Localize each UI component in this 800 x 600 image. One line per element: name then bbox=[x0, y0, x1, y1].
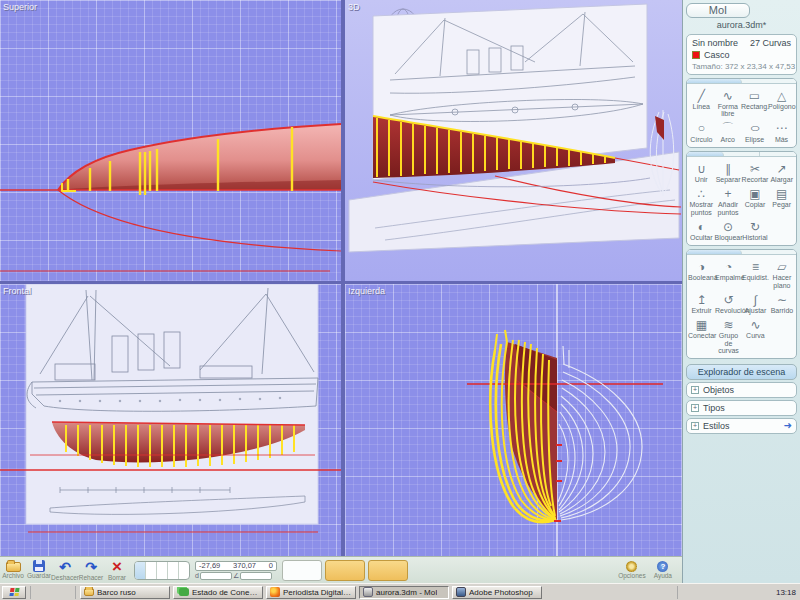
tool-button[interactable]: ⋯ Más bbox=[768, 119, 795, 144]
tool-button[interactable]: ∿ Curva bbox=[742, 315, 769, 355]
tool-button[interactable]: △ Polígono bbox=[768, 86, 795, 119]
tool-button[interactable]: ∼ Barrido bbox=[769, 290, 795, 315]
expand-icon[interactable]: + bbox=[691, 404, 699, 412]
extend-icon: ↗ bbox=[773, 161, 791, 176]
taskbar-button[interactable]: aurora.3dm - MoI bbox=[359, 586, 449, 599]
tool-button[interactable]: ◔ Empalme bbox=[715, 257, 742, 290]
tool-button[interactable]: ⌒ Arco bbox=[715, 119, 742, 144]
start-button[interactable] bbox=[2, 586, 26, 599]
moi-menu-button[interactable]: MoI bbox=[686, 3, 750, 18]
snap-buttons bbox=[282, 560, 408, 581]
taskbar-button[interactable]: Barco ruso bbox=[80, 586, 170, 599]
tab[interactable] bbox=[742, 250, 796, 254]
izquierda-canvas[interactable] bbox=[345, 284, 682, 556]
expand-icon[interactable]: + bbox=[691, 386, 699, 394]
style-name[interactable]: Casco bbox=[704, 50, 730, 60]
tool-button[interactable]: ≋ Grupo de curvas bbox=[715, 315, 742, 355]
rectangle-icon: ▭ bbox=[746, 88, 764, 103]
frontal-canvas[interactable] bbox=[0, 284, 341, 556]
command-tool-button[interactable]: Rehacer bbox=[78, 560, 104, 581]
gear-icon bbox=[626, 561, 637, 572]
taskbar-button[interactable]: Periodista Digital - Mozil... bbox=[266, 586, 356, 599]
arc-icon: ⌒ bbox=[719, 121, 737, 136]
command-tool-button[interactable]: Borrar bbox=[104, 560, 130, 581]
draw-section: ╱ Línea ∿ Forma libre ▭ Rectang. △ Políg… bbox=[686, 78, 797, 148]
taskbar-button[interactable]: Estado de Conexiones ... bbox=[173, 586, 263, 599]
tab[interactable] bbox=[687, 250, 742, 254]
tool-button[interactable]: ≡ Equidist. bbox=[742, 257, 769, 290]
tool-button[interactable]: ◐ Ocultar bbox=[688, 217, 715, 242]
viewport-frontal-label[interactable]: Frontal bbox=[3, 286, 31, 296]
windows-taskbar: Barco ruso Estado de Conexiones ... Peri… bbox=[0, 583, 800, 600]
coordinate-readout[interactable]: -27,69 370,07 0 bbox=[195, 561, 277, 571]
tool-button[interactable]: ∫ Ajustar bbox=[742, 290, 769, 315]
taskbar-button[interactable]: Adobe Photoshop bbox=[452, 586, 542, 599]
tool-button[interactable]: ∿ Forma libre bbox=[715, 86, 742, 119]
tool-button[interactable]: ✂ Recortar bbox=[742, 159, 769, 184]
tab[interactable] bbox=[760, 152, 796, 156]
command-tool-button[interactable]: Deshacer bbox=[52, 560, 78, 581]
3d-canvas[interactable] bbox=[345, 0, 682, 281]
tool-button[interactable]: ╱ Línea bbox=[688, 86, 715, 119]
edit-section: ∪ Unir ∥ Separar ✂ Recortar ↗ Alargar ∴ … bbox=[686, 151, 797, 246]
tab[interactable] bbox=[687, 79, 742, 83]
tool-button[interactable]: ▦ Conectar bbox=[688, 315, 715, 355]
viewport-izquierda-label[interactable]: Izquierda bbox=[348, 286, 385, 296]
size-label: Tamaño: bbox=[692, 62, 723, 71]
style-color-swatch[interactable] bbox=[692, 51, 700, 59]
snap-toggle-button[interactable] bbox=[282, 560, 322, 581]
viewport-frontal[interactable]: Frontal bbox=[0, 284, 341, 556]
viewport-3d[interactable]: 3D bbox=[345, 0, 682, 281]
tool-button[interactable]: ○ Círculo bbox=[688, 119, 715, 144]
trim-icon: ✂ bbox=[746, 161, 764, 176]
coord-z: 0 bbox=[269, 561, 273, 570]
tool-button[interactable]: ↻ Historial bbox=[742, 217, 769, 242]
boolean-icon: ◑ bbox=[693, 259, 711, 274]
tool-button[interactable]: ▣ Copiar bbox=[742, 184, 769, 217]
document-filename: aurora.3dm* bbox=[683, 20, 800, 32]
tool-button[interactable]: ▱ Hacer plano bbox=[769, 257, 795, 290]
tool-button[interactable]: + Añadir puntos bbox=[715, 184, 742, 217]
angle-input[interactable] bbox=[240, 572, 272, 580]
view-button[interactable] bbox=[146, 562, 157, 579]
expand-icon[interactable]: + bbox=[691, 422, 699, 430]
scene-browser-item[interactable]: + Estilos ➜ bbox=[686, 418, 797, 434]
viewport-superior[interactable]: Superior bbox=[0, 0, 341, 281]
tool-button[interactable]: ◑ Booleana bbox=[688, 257, 715, 290]
tool-button[interactable]: ⊙ Bloquear bbox=[715, 217, 742, 242]
viewport-3d-label[interactable]: 3D bbox=[348, 2, 360, 12]
connect-icon: ▦ bbox=[693, 317, 711, 332]
tool-button[interactable]: ↗ Alargar bbox=[768, 159, 795, 184]
superior-canvas[interactable] bbox=[0, 0, 341, 281]
tab[interactable] bbox=[742, 79, 796, 83]
tool-button[interactable]: ∴ Mostrar puntos bbox=[688, 184, 715, 217]
snap-toggle-button[interactable] bbox=[325, 560, 365, 581]
snap-toggle-button[interactable] bbox=[368, 560, 408, 581]
viewport-izquierda[interactable]: Izquierda bbox=[345, 284, 682, 556]
scene-browser-item[interactable]: + Tipos ➜ bbox=[686, 400, 797, 416]
undo-icon bbox=[59, 560, 71, 574]
command-tool-button[interactable]: Guardar bbox=[26, 560, 52, 581]
scene-browser-item[interactable]: + Objetos ➜ bbox=[686, 382, 797, 398]
scene-browser-header[interactable]: Explorador de escena bbox=[686, 364, 797, 380]
view-button[interactable] bbox=[179, 562, 189, 579]
tab[interactable] bbox=[724, 152, 761, 156]
tool-button[interactable]: ↺ Revolución bbox=[715, 290, 742, 315]
help-button[interactable]: ? Ayuda bbox=[654, 561, 672, 579]
arrow-right-icon[interactable]: ➜ bbox=[784, 422, 792, 430]
tab[interactable] bbox=[687, 152, 724, 156]
command-tool-button[interactable]: Archivo bbox=[0, 560, 26, 581]
view-button[interactable] bbox=[157, 562, 168, 579]
view-button[interactable] bbox=[168, 562, 179, 579]
tool-button[interactable]: ∪ Unir bbox=[688, 159, 715, 184]
tool-button[interactable]: ○ Elipse bbox=[741, 119, 768, 144]
options-button[interactable]: Opciones bbox=[618, 561, 645, 579]
distance-input[interactable] bbox=[200, 572, 232, 580]
tool-button[interactable]: ↥ Extruir bbox=[688, 290, 715, 315]
folder-icon bbox=[6, 562, 21, 572]
tool-button[interactable]: ▤ Pegar bbox=[768, 184, 795, 217]
viewport-superior-label[interactable]: Superior bbox=[3, 2, 37, 12]
tool-button[interactable]: ∥ Separar bbox=[715, 159, 742, 184]
tool-button[interactable]: ▭ Rectang. bbox=[741, 86, 768, 119]
view-button[interactable] bbox=[135, 562, 146, 579]
